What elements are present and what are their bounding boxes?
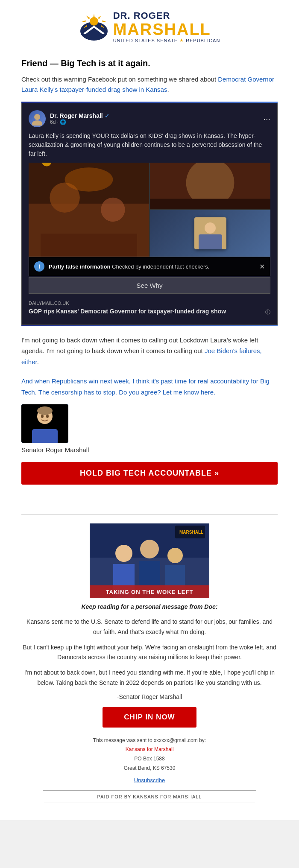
- facebook-post: Dr. Roger Marshall ✓ 6d · 🌐 ··· Laura Ke…: [21, 103, 278, 325]
- personal-msg-para-3: I'm not about to back down, but I need y…: [21, 668, 278, 688]
- fb-image-bottom-right: [150, 210, 270, 257]
- personal-msg-para-1: Kansans sent me to the U.S. Senate to de…: [21, 617, 278, 637]
- svg-point-16: [65, 167, 113, 191]
- logo-container: DR. ROGER MARSHALL UNITED STATES SENATE …: [9, 10, 290, 43]
- logo-marshall: MARSHALL: [113, 21, 211, 38]
- fb-info-icon: i: [34, 261, 44, 272]
- email-headline: Friend — Big Tech is at it again.: [21, 58, 278, 68]
- svg-marker-5: [82, 20, 86, 22]
- svg-point-30: [37, 406, 53, 415]
- fb-image-grid: [29, 163, 270, 257]
- svg-point-35: [115, 545, 132, 562]
- logo-dr-roger: DR. ROGER: [113, 10, 170, 21]
- democrat-governor-link[interactable]: Democrat Governor Laura Kelly's taxpayer…: [21, 76, 274, 93]
- fb-link-bar: DAILYMAIL.CO.UK GOP rips Kansas' Democra…: [29, 301, 270, 316]
- fb-link-preview: DAILYMAIL.CO.UK GOP rips Kansas' Democra…: [29, 294, 270, 318]
- footer-message: This message was sent to xxxxxx@gmail.co…: [93, 737, 206, 743]
- email-signature: -Senator Roger Marshall: [21, 693, 278, 700]
- personal-msg-para-2: But I can't keep up the fight without yo…: [21, 643, 278, 663]
- logo-text-block: DR. ROGER MARSHALL UNITED STATES SENATE …: [113, 10, 220, 43]
- svg-marker-3: [102, 20, 106, 22]
- logo-subtitle: UNITED STATES SENATE ★ REPUBLICAN: [113, 38, 220, 43]
- fb-link-title: GOP rips Kansas' Democrat Governor for t…: [29, 307, 226, 316]
- email-header: DR. ROGER MARSHALL UNITED STATES SENATE …: [0, 0, 299, 50]
- personal-msg-label: Keep reading for a personal message from…: [21, 603, 278, 610]
- address-line-1: PO Box 1588: [134, 756, 164, 762]
- fb-warning-bold: Partly false information: [49, 263, 110, 270]
- senator-photo: [21, 404, 68, 443]
- marshall-image-block: MARSHALL TAKING ON THE WOKE LEFT: [90, 523, 209, 598]
- svg-rect-29: [32, 429, 58, 443]
- svg-point-31: [41, 415, 44, 418]
- svg-marker-4: [86, 15, 90, 19]
- fb-link-source: DAILYMAIL.CO.UK: [29, 301, 226, 306]
- svg-point-37: [140, 540, 159, 558]
- chip-in-now-button[interactable]: CHIP IN NOW: [103, 707, 196, 728]
- svg-rect-15: [41, 234, 137, 257]
- email-wrapper: DR. ROGER MARSHALL UNITED STATES SENATE …: [0, 0, 299, 820]
- svg-point-32: [46, 415, 49, 418]
- hold-big-tech-button[interactable]: HOLD BIG TECH ACCOUNTABLE »: [21, 462, 278, 485]
- svg-point-23: [205, 222, 216, 234]
- body-paragraph-1: I'm not going to back down when it comes…: [21, 335, 278, 368]
- address-line-2: Great Bend, KS 67530: [124, 765, 176, 771]
- marshall-image-text: TAKING ON THE WOKE LEFT: [106, 589, 193, 595]
- fb-post-header: Dr. Roger Marshall ✓ 6d · 🌐 ···: [29, 110, 270, 127]
- svg-rect-21: [150, 199, 270, 209]
- fb-verified-icon: ✓: [105, 113, 109, 119]
- star-icon: ★: [179, 38, 184, 43]
- fb-image-left: [29, 163, 149, 257]
- fb-link-info-icon: ⓘ: [265, 309, 270, 316]
- fb-name-block: Dr. Roger Marshall ✓ 6d · 🌐: [50, 112, 263, 125]
- svg-text:MARSHALL: MARSHALL: [179, 530, 203, 535]
- svg-point-10: [32, 120, 42, 126]
- fb-image-top-right: [150, 163, 270, 209]
- svg-point-8: [90, 17, 98, 26]
- fb-author-name: Dr. Roger Marshall ✓: [50, 112, 263, 119]
- svg-marker-2: [98, 15, 101, 19]
- footer-info: This message was sent to xxxxxx@gmail.co…: [21, 736, 278, 773]
- marshall-image-overlay: TAKING ON THE WOKE LEFT: [90, 585, 209, 598]
- svg-point-9: [34, 114, 40, 120]
- fb-warning-bar: i Partly false information Checked by in…: [29, 257, 270, 276]
- fb-post-text: Laura Kelly is spending YOUR tax dollars…: [29, 132, 270, 158]
- unsubscribe-link[interactable]: Unsubscribe: [21, 777, 278, 783]
- fb-avatar: [29, 110, 46, 127]
- joe-biden-link[interactable]: Joe Biden's failures, either: [21, 347, 262, 365]
- fb-post-meta: 6d · 🌐: [50, 119, 263, 125]
- fb-avatar-image: [29, 110, 46, 127]
- bottom-divider: [21, 325, 278, 326]
- fb-more-options[interactable]: ···: [263, 114, 270, 124]
- marshall-campaign-image: MARSHALL TAKING ON THE WOKE LEFT: [90, 523, 209, 598]
- fb-warning-text: Partly false information Checked by inde…: [49, 263, 255, 270]
- section-divider: [21, 514, 278, 515]
- paid-for-bar: PAID FOR BY KANSANS FOR MARSHALL: [43, 790, 256, 803]
- svg-rect-25: [199, 234, 222, 249]
- svg-point-14: [101, 198, 125, 222]
- main-content: Friend — Big Tech is at it again. Check …: [0, 50, 299, 510]
- senator-name: Senator Roger Marshall: [21, 446, 278, 453]
- fb-close-button[interactable]: ✕: [259, 263, 265, 271]
- svg-point-39: [167, 548, 183, 563]
- sun-logo-icon: [79, 12, 109, 42]
- intro-paragraph: Check out this warning Facebook put on s…: [21, 74, 278, 95]
- accountability-cta-link[interactable]: And when Republicans win next week, I th…: [21, 376, 278, 397]
- second-section: MARSHALL TAKING ON THE WOKE LEFT Keep re…: [0, 514, 299, 820]
- org-name-link[interactable]: Kansans for Marshall: [126, 746, 174, 752]
- fb-see-why-button[interactable]: See Why: [29, 277, 270, 294]
